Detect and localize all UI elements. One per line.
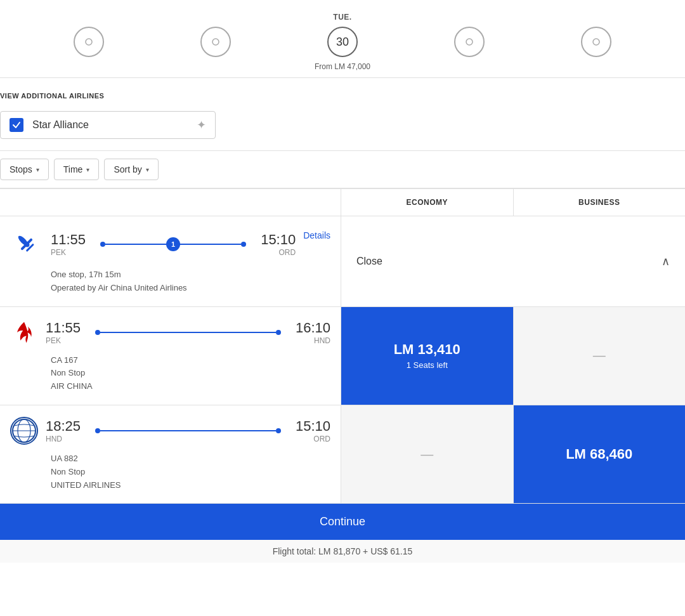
flight-1-depart: 11:55 PEK: [51, 232, 95, 257]
sortby-filter-button[interactable]: Sort by ▾: [104, 159, 158, 180]
table-header: ECONOMY BUSINESS: [0, 189, 685, 216]
date-circle-4[interactable]: [454, 27, 485, 57]
date-selector: TUE. 30 From LM 47,000: [0, 0, 685, 78]
flight-2-airline: AIR CHINA: [51, 380, 330, 393]
flight-row-3: 18:25 HND 15:10 ORD UA 882 Non: [0, 405, 685, 504]
flight-2-times: 11:55 PEK 16:10 HND: [46, 320, 330, 345]
time-filter-button[interactable]: Time ▾: [54, 159, 100, 180]
flight-2-arrive: 16:10 HND: [286, 320, 330, 345]
flight-3-main-row: 18:25 HND 15:10 ORD: [10, 417, 330, 445]
close-label[interactable]: Close: [356, 256, 382, 267]
date-item-1[interactable]: [25, 22, 152, 62]
day-label-selected: TUE.: [333, 13, 351, 22]
th-economy: ECONOMY: [341, 189, 513, 216]
flight-3-stop-type: Non Stop: [51, 466, 330, 479]
flight-1-times: 11:55 PEK 1 15:10 ORD: [51, 232, 296, 257]
flight-2-depart-time: 11:55: [46, 320, 90, 336]
flight-3-depart-time: 18:25: [46, 418, 90, 435]
additional-airlines-title: VIEW ADDITIONAL AIRLINES: [0, 89, 685, 102]
flight-1-depart-airport: PEK: [51, 248, 95, 257]
stops-filter-label: Stops: [10, 164, 32, 174]
flight-total-label: Flight total: LM 81,870 + US$ 61.15: [0, 540, 685, 563]
filters-row: Stops ▾ Time ▾ Sort by ▾: [0, 151, 685, 188]
flight-1-airline-logo: [10, 228, 43, 261]
flight-3-arrive-time: 15:10: [286, 418, 330, 435]
flight-2-economy-price: LM 13,410: [394, 341, 460, 358]
flight-1-stop-badge: 1: [166, 237, 180, 251]
date-circle-1[interactable]: [74, 27, 104, 57]
date-item-5[interactable]: [533, 22, 660, 62]
flight-2-arrive-airport: HND: [286, 336, 330, 345]
flight-2-info: 11:55 PEK 16:10 HND CA 167 Non: [0, 307, 341, 405]
flight-3-times: 18:25 HND 15:10 ORD: [46, 418, 330, 443]
flight-1-arrive: 15:10 ORD: [251, 232, 296, 257]
flight-3-economy-cell: —: [341, 405, 513, 503]
flight-3-dot-end: [276, 428, 281, 433]
svg-point-2: [466, 39, 473, 45]
flight-2-main-row: 11:55 PEK 16:10 HND: [10, 318, 330, 346]
flight-2-economy-seats: 1 Seats left: [407, 360, 448, 370]
flight-1-dot-end: [241, 242, 246, 247]
flight-2-line: [100, 332, 276, 333]
flight-1-main-row: 11:55 PEK 1 15:10 ORD: [10, 228, 330, 261]
time-filter-label: Time: [63, 164, 83, 174]
flight-2-airline-logo: [10, 318, 38, 346]
continue-section: Continue Flight total: LM 81,870 + US$ 6…: [0, 504, 685, 563]
additional-airlines-section: VIEW ADDITIONAL AIRLINES Star Alliance ✦: [0, 78, 685, 151]
flight-3-dot-start: [95, 428, 100, 433]
star-alliance-star-icon: ✦: [197, 118, 206, 132]
flight-3-line: [100, 430, 276, 431]
star-alliance-label: Star Alliance: [32, 119, 197, 131]
flight-table: ECONOMY BUSINESS: [0, 188, 685, 504]
flight-2-stop-type: Non Stop: [51, 367, 330, 380]
flight-1-operator: Operated by Air China United Airlines: [51, 282, 330, 295]
price-label-selected: From LM 47,000: [315, 62, 370, 71]
flight-3-business-price: LM 68,460: [566, 446, 632, 462]
flight-3-sub-info: UA 882 Non Stop UNITED AIRLINES: [10, 452, 330, 492]
flight-2-dot-start: [95, 330, 100, 335]
date-circle-5[interactable]: [581, 27, 611, 57]
flight-1-details-link[interactable]: Details: [303, 228, 330, 240]
flight-2-economy-cell[interactable]: LM 13,410 1 Seats left: [341, 307, 513, 405]
flight-1-arrive-airport: ORD: [251, 248, 296, 257]
star-alliance-checkbox[interactable]: [10, 118, 23, 132]
continue-button[interactable]: Continue: [0, 504, 685, 540]
flight-1-close-right: Close ∧: [341, 216, 685, 306]
time-chevron-icon: ▾: [86, 166, 89, 173]
flight-2-business-dash: —: [593, 348, 606, 363]
flight-1-arrive-time: 15:10: [251, 232, 296, 248]
flight-3-num: UA 882: [51, 452, 330, 466]
flight-2-business-cell: —: [513, 307, 686, 405]
flight-3-route-line: [90, 428, 286, 433]
flight-3-airline-logo: [10, 417, 38, 445]
date-item-2[interactable]: [152, 22, 279, 62]
flight-1-route-line: 1: [95, 242, 251, 247]
flight-3-info: 18:25 HND 15:10 ORD UA 882 Non: [0, 405, 341, 503]
svg-point-3: [593, 39, 599, 45]
date-circle-2[interactable]: [200, 27, 231, 57]
flight-3-depart: 18:25 HND: [46, 418, 90, 443]
date-item-selected[interactable]: TUE. 30 From LM 47,000: [279, 13, 406, 71]
flight-3-airline: UNITED AIRLINES: [51, 479, 330, 492]
flight-2-sub-info: CA 167 Non Stop AIR CHINA: [10, 354, 330, 393]
th-flights: [0, 189, 341, 216]
flight-2-depart: 11:55 PEK: [46, 320, 90, 345]
flight-row-1: 11:55 PEK 1 15:10 ORD: [0, 216, 685, 307]
svg-point-0: [86, 39, 92, 45]
flight-1-dot-start: [100, 242, 105, 247]
th-business: BUSINESS: [513, 189, 686, 216]
svg-point-1: [212, 39, 219, 45]
date-circle-selected[interactable]: 30: [327, 27, 358, 57]
stops-filter-button[interactable]: Stops ▾: [0, 159, 49, 180]
star-alliance-row[interactable]: Star Alliance ✦: [0, 111, 216, 139]
flight-3-business-cell[interactable]: LM 68,460: [513, 405, 686, 503]
flight-2-depart-airport: PEK: [46, 336, 90, 345]
flight-2-route-line: [90, 330, 286, 335]
selected-date-number: 30: [336, 36, 349, 49]
date-item-4[interactable]: [406, 22, 533, 62]
flight-3-arrive-airport: ORD: [286, 435, 330, 443]
flight-3-arrive: 15:10 ORD: [286, 418, 330, 443]
close-chevron-icon[interactable]: ∧: [662, 254, 670, 268]
flight-2-arrive-time: 16:10: [286, 320, 330, 336]
flight-2-dot-end: [276, 330, 281, 335]
